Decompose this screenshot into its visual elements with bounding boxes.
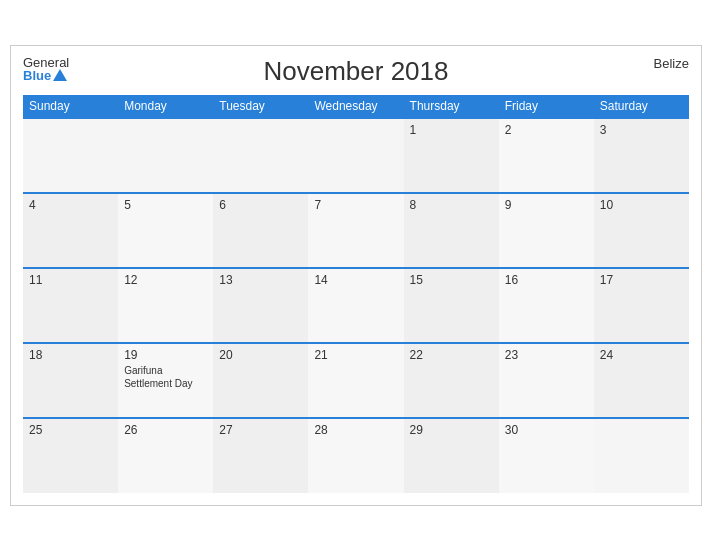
calendar-cell: 28	[308, 418, 403, 493]
calendar-cell: 9	[499, 193, 594, 268]
weekday-header-row: Sunday Monday Tuesday Wednesday Thursday…	[23, 95, 689, 118]
calendar-cell: 2	[499, 118, 594, 193]
day-number: 4	[29, 198, 36, 212]
calendar-cell: 26	[118, 418, 213, 493]
calendar-title: November 2018	[264, 56, 449, 87]
week-row-4: 1819Garifuna Settlement Day2021222324	[23, 343, 689, 418]
day-number: 21	[314, 348, 327, 362]
calendar-cell	[118, 118, 213, 193]
calendar-cell: 19Garifuna Settlement Day	[118, 343, 213, 418]
country-label: Belize	[654, 56, 689, 71]
day-number: 8	[410, 198, 417, 212]
calendar-cell: 4	[23, 193, 118, 268]
day-number: 2	[505, 123, 512, 137]
calendar-cell	[594, 418, 689, 493]
header-monday: Monday	[118, 95, 213, 118]
calendar-cell: 1	[404, 118, 499, 193]
day-number: 25	[29, 423, 42, 437]
logo-blue-text: Blue	[23, 69, 69, 82]
calendar-grid: Sunday Monday Tuesday Wednesday Thursday…	[23, 95, 689, 493]
event-label: Garifuna Settlement Day	[124, 364, 207, 390]
day-number: 22	[410, 348, 423, 362]
day-number: 6	[219, 198, 226, 212]
logo-triangle-icon	[53, 69, 67, 81]
calendar-cell: 6	[213, 193, 308, 268]
day-number: 28	[314, 423, 327, 437]
calendar-cell: 12	[118, 268, 213, 343]
calendar-cell: 24	[594, 343, 689, 418]
calendar-cell: 27	[213, 418, 308, 493]
calendar-cell: 21	[308, 343, 403, 418]
day-number: 5	[124, 198, 131, 212]
day-number: 19	[124, 348, 137, 362]
calendar-container: General Blue November 2018 Belize Sunday…	[10, 45, 702, 506]
week-row-2: 45678910	[23, 193, 689, 268]
calendar-cell: 15	[404, 268, 499, 343]
day-number: 11	[29, 273, 42, 287]
header-wednesday: Wednesday	[308, 95, 403, 118]
day-number: 20	[219, 348, 232, 362]
week-row-1: 123	[23, 118, 689, 193]
calendar-cell: 8	[404, 193, 499, 268]
calendar-cell: 18	[23, 343, 118, 418]
day-number: 30	[505, 423, 518, 437]
header-friday: Friday	[499, 95, 594, 118]
calendar-cell: 10	[594, 193, 689, 268]
calendar-cell: 13	[213, 268, 308, 343]
day-number: 9	[505, 198, 512, 212]
calendar-cell	[213, 118, 308, 193]
day-number: 14	[314, 273, 327, 287]
calendar-cell: 16	[499, 268, 594, 343]
header-thursday: Thursday	[404, 95, 499, 118]
logo: General Blue	[23, 56, 69, 82]
calendar-cell: 3	[594, 118, 689, 193]
calendar-cell: 14	[308, 268, 403, 343]
calendar-cell: 30	[499, 418, 594, 493]
day-number: 17	[600, 273, 613, 287]
calendar-cell: 7	[308, 193, 403, 268]
calendar-cell: 29	[404, 418, 499, 493]
calendar-cell	[23, 118, 118, 193]
day-number: 1	[410, 123, 417, 137]
day-number: 16	[505, 273, 518, 287]
day-number: 26	[124, 423, 137, 437]
calendar-header: General Blue November 2018 Belize	[23, 56, 689, 87]
day-number: 24	[600, 348, 613, 362]
day-number: 10	[600, 198, 613, 212]
header-saturday: Saturday	[594, 95, 689, 118]
week-row-5: 252627282930	[23, 418, 689, 493]
day-number: 15	[410, 273, 423, 287]
day-number: 29	[410, 423, 423, 437]
calendar-cell: 23	[499, 343, 594, 418]
day-number: 23	[505, 348, 518, 362]
calendar-cell: 17	[594, 268, 689, 343]
calendar-cell	[308, 118, 403, 193]
header-tuesday: Tuesday	[213, 95, 308, 118]
day-number: 3	[600, 123, 607, 137]
week-row-3: 11121314151617	[23, 268, 689, 343]
day-number: 7	[314, 198, 321, 212]
calendar-cell: 20	[213, 343, 308, 418]
day-number: 27	[219, 423, 232, 437]
header-sunday: Sunday	[23, 95, 118, 118]
calendar-cell: 22	[404, 343, 499, 418]
logo-general-text: General	[23, 56, 69, 69]
calendar-body: 12345678910111213141516171819Garifuna Se…	[23, 118, 689, 493]
day-number: 12	[124, 273, 137, 287]
calendar-cell: 5	[118, 193, 213, 268]
calendar-cell: 25	[23, 418, 118, 493]
day-number: 18	[29, 348, 42, 362]
calendar-cell: 11	[23, 268, 118, 343]
day-number: 13	[219, 273, 232, 287]
